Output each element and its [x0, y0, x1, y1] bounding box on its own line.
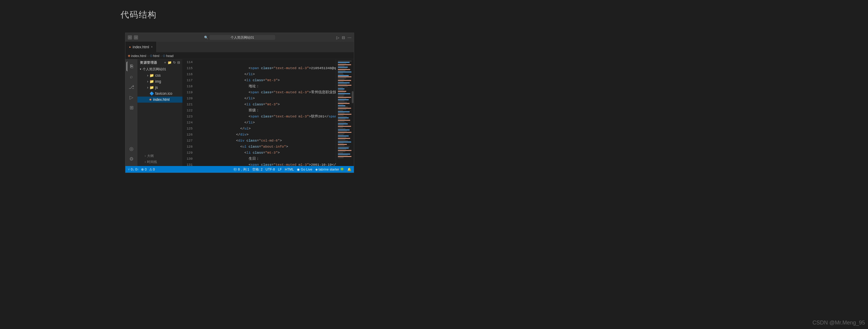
minimap — [336, 59, 354, 166]
tab-index-html[interactable]: ● index.html × — [125, 42, 157, 52]
title-bar: ← → 🔍 ▷ ⊟ ⋯ — [125, 33, 354, 42]
sidebar-file-index[interactable]: index.html — [137, 97, 182, 103]
live-server-status[interactable]: ◉ Go Live — [297, 167, 312, 171]
chevron-right-icon: › — [147, 85, 148, 90]
tab-bar: ● index.html × — [125, 42, 354, 53]
activity-bar: ⎘ ⌕ ⎇ ▷ ⊞ ◎ ⚙ — [125, 59, 137, 166]
notification-icon[interactable]: 🔔 — [347, 167, 351, 171]
file-label: favicon.ico — [155, 91, 173, 96]
page-title: 代码结构 — [121, 9, 157, 21]
chevron-right-icon: › — [147, 73, 148, 78]
title-nav: ← → — [128, 35, 138, 39]
line-ending-status[interactable]: LF — [278, 167, 282, 171]
head-tag-icon: ◇ — [163, 54, 165, 58]
code-container[interactable]: 114 115 116 117 118 119 120 121 122 123 … — [183, 59, 354, 166]
sidebar-file-favicon[interactable]: 🔷 favicon.ico — [137, 90, 182, 97]
sidebar-header: 资源管理器 + 📁 ↻ ⊟ — [137, 59, 182, 66]
sidebar-outline[interactable]: › 大纲 — [137, 153, 182, 159]
breadcrumb-head[interactable]: ◇ head — [163, 54, 173, 58]
html-file-icon: ◈ — [128, 54, 130, 58]
status-right: 行 8，列 1 空格: 2 UTF-8 LF HTML ◉ Go Live ◈ … — [234, 167, 351, 172]
folder-icon: 📁 — [150, 79, 154, 84]
html-tag-icon: ◇ — [150, 54, 152, 58]
search-icon: 🔍 — [204, 36, 208, 39]
files-icon[interactable]: ⎘ — [127, 61, 136, 71]
sidebar-item-css[interactable]: › 📁 css — [137, 73, 182, 79]
run-icon[interactable]: ▷ — [336, 35, 339, 40]
tabrine-status[interactable]: ◈ tabrine starter 🍀 — [315, 167, 344, 171]
source-control-icon[interactable]: ⎇ — [127, 82, 136, 92]
git-branch-status[interactable]: ⑂ 0↓ 0↑ — [128, 167, 138, 171]
tab-close-button[interactable]: × — [151, 45, 153, 49]
sidebar-timeline[interactable]: › 时间线 — [137, 159, 182, 165]
title-search-area: 🔍 — [204, 35, 275, 40]
refresh-icon[interactable]: ↻ — [173, 61, 176, 64]
more-actions-icon[interactable]: ⋯ — [347, 35, 351, 40]
chevron-down-icon: ▾ — [140, 67, 141, 71]
vscode-window: ← → 🔍 ▷ ⊟ ⋯ ● index.html × ◈ index.html … — [125, 33, 354, 173]
warnings-status[interactable]: ⚠ 0 — [149, 167, 155, 171]
root-folder-label: 个人简历网站01 — [143, 67, 166, 72]
status-bar: ⑂ 0↓ 0↑ ⊗ 0 ⚠ 0 行 8，列 1 空格: 2 UTF-8 LF H… — [125, 166, 354, 173]
sidebar-bottom: › 大纲 › 时间线 — [137, 152, 182, 166]
folder-icon: 📁 — [150, 73, 154, 78]
breadcrumb: ◈ index.html › ◇ html › ◇ head — [125, 53, 354, 59]
encoding-status[interactable]: UTF-8 — [266, 167, 275, 171]
scrollbar-track[interactable] — [351, 59, 354, 166]
chevron-right-icon: › — [145, 160, 146, 164]
chevron-right-icon: › — [145, 154, 146, 158]
file-label: index.html — [153, 98, 170, 102]
split-editor-icon[interactable]: ⊟ — [342, 35, 345, 40]
tab-file-icon: ● — [129, 45, 131, 49]
folder-label: img — [155, 79, 161, 84]
collapse-icon[interactable]: ⊟ — [177, 61, 180, 64]
title-search-input[interactable] — [210, 35, 275, 40]
status-left: ⑂ 0↓ 0↑ ⊗ 0 ⚠ 0 — [128, 167, 155, 171]
debug-icon[interactable]: ▷ — [127, 92, 136, 102]
outline-label: 大纲 — [147, 154, 154, 158]
folder-label: js — [155, 85, 158, 90]
account-icon[interactable]: ◎ — [127, 144, 136, 153]
spaces-status[interactable]: 空格: 2 — [252, 167, 262, 172]
code-line-114: <span class="text-muted ml-3">2105451348… — [198, 59, 336, 65]
settings-icon[interactable]: ⚙ — [127, 154, 136, 164]
sidebar-root-folder[interactable]: ▾ 个人简历网站01 — [137, 66, 182, 73]
code-lines: <span class="text-muted ml-3">2105451348… — [196, 59, 336, 166]
extensions-icon[interactable]: ⊞ — [127, 103, 136, 112]
folder-icon: 📁 — [150, 85, 154, 90]
csdn-watermark: CSDN @Mr.Meng_95 — [812, 320, 865, 326]
new-file-icon[interactable]: + — [164, 61, 166, 64]
breadcrumb-file[interactable]: ◈ index.html — [128, 54, 146, 58]
sidebar: 资源管理器 + 📁 ↻ ⊟ ▾ 个人简历网站01 › 📁 css — [137, 59, 183, 166]
folder-label: css — [155, 73, 161, 78]
timeline-label: 时间线 — [147, 160, 157, 164]
sidebar-item-img[interactable]: › 📁 img — [137, 79, 182, 84]
errors-status[interactable]: ⊗ 0 — [141, 167, 147, 171]
sidebar-actions: + 📁 ↻ ⊟ — [164, 61, 180, 64]
file-icon: 🔷 — [150, 91, 154, 96]
tab-label: index.html — [133, 45, 149, 49]
scrollbar-thumb[interactable] — [352, 91, 353, 103]
chevron-right-icon: › — [147, 79, 148, 84]
nav-back-button[interactable]: ← — [128, 35, 132, 39]
search-icon[interactable]: ⌕ — [127, 72, 136, 82]
sidebar-item-js[interactable]: › 📁 js — [137, 84, 182, 90]
editor-area[interactable]: 114 115 116 117 118 119 120 121 122 123 … — [183, 59, 354, 166]
breadcrumb-html[interactable]: ◇ html — [150, 54, 159, 58]
title-actions: ▷ ⊟ ⋯ — [336, 35, 351, 40]
language-status[interactable]: HTML — [285, 167, 294, 171]
sidebar-title: 资源管理器 — [140, 60, 157, 65]
file-dot — [150, 99, 151, 101]
main-area: ⎘ ⌕ ⎇ ▷ ⊞ ◎ ⚙ 资源管理器 + 📁 ↻ ⊟ ▾ 个人简历网站 — [125, 59, 354, 166]
line-numbers: 114 115 116 117 118 119 120 121 122 123 … — [183, 59, 196, 166]
line-col-status[interactable]: 行 8，列 1 — [234, 167, 249, 172]
new-folder-icon[interactable]: 📁 — [167, 61, 172, 64]
nav-forward-button[interactable]: → — [134, 35, 138, 39]
